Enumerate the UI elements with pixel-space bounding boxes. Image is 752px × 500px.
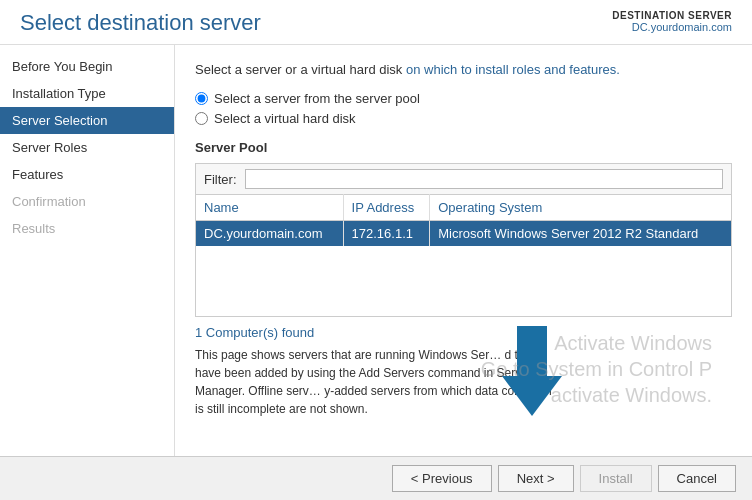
server-pool-title: Server Pool xyxy=(195,140,732,155)
server-table: Name IP Address Operating System DC.your… xyxy=(195,194,732,317)
radio-server-pool[interactable] xyxy=(195,92,208,105)
desc-section: This page shows servers that are running… xyxy=(195,346,732,418)
description-text: This page shows servers that are running… xyxy=(195,346,555,418)
page-title: Select destination server xyxy=(20,10,261,36)
destination-label: DESTINATION SERVER xyxy=(612,10,732,21)
content-area: Select a server or a virtual hard disk o… xyxy=(175,45,752,456)
main-layout: Before You Begin Installation Type Serve… xyxy=(0,45,752,456)
intro-text: Select a server or a virtual hard disk o… xyxy=(195,61,732,79)
footer: < Previous Next > Install Cancel xyxy=(0,456,752,500)
radio-virtual-disk[interactable] xyxy=(195,112,208,125)
cell-os: Microsoft Windows Server 2012 R2 Standar… xyxy=(430,221,732,247)
radio-option-virtual-disk[interactable]: Select a virtual hard disk xyxy=(195,111,732,126)
filter-input[interactable] xyxy=(245,169,724,189)
col-ip: IP Address xyxy=(343,195,430,221)
col-name: Name xyxy=(196,195,344,221)
sidebar-item-features[interactable]: Features xyxy=(0,161,174,188)
found-text: 1 Computer(s) found xyxy=(195,325,732,340)
col-os: Operating System xyxy=(430,195,732,221)
cell-name: DC.yourdomain.com xyxy=(196,221,344,247)
next-button[interactable]: Next > xyxy=(498,465,574,492)
sidebar-item-server-roles[interactable]: Server Roles xyxy=(0,134,174,161)
header: Select destination server DESTINATION SE… xyxy=(0,0,752,45)
sidebar-item-confirmation: Confirmation xyxy=(0,188,174,215)
install-button: Install xyxy=(580,465,652,492)
previous-button[interactable]: < Previous xyxy=(392,465,492,492)
radio-group: Select a server from the server pool Sel… xyxy=(195,91,732,126)
sidebar-item-before-you-begin[interactable]: Before You Begin xyxy=(0,53,174,80)
cell-ip: 172.16.1.1 xyxy=(343,221,430,247)
destination-info: DESTINATION SERVER DC.yourdomain.com xyxy=(612,10,732,33)
sidebar: Before You Begin Installation Type Serve… xyxy=(0,45,175,456)
table-row[interactable]: DC.yourdomain.com 172.16.1.1 Microsoft W… xyxy=(196,221,732,247)
sidebar-item-installation-type[interactable]: Installation Type xyxy=(0,80,174,107)
radio-option-server-pool[interactable]: Select a server from the server pool xyxy=(195,91,732,106)
radio-virtual-disk-label[interactable]: Select a virtual hard disk xyxy=(214,111,356,126)
intro-text-highlight: on which to install roles and features. xyxy=(406,62,620,77)
svg-marker-0 xyxy=(502,326,562,416)
radio-server-pool-label[interactable]: Select a server from the server pool xyxy=(214,91,420,106)
filter-label: Filter: xyxy=(204,172,237,187)
destination-server: DC.yourdomain.com xyxy=(612,21,732,33)
intro-text-plain: Select a server or a virtual hard disk xyxy=(195,62,406,77)
cancel-button[interactable]: Cancel xyxy=(658,465,736,492)
table-empty-row xyxy=(196,246,732,316)
down-arrow-icon xyxy=(502,326,562,416)
filter-row: Filter: xyxy=(195,163,732,194)
sidebar-item-server-selection[interactable]: Server Selection xyxy=(0,107,174,134)
table-header-row: Name IP Address Operating System xyxy=(196,195,732,221)
sidebar-item-results: Results xyxy=(0,215,174,242)
